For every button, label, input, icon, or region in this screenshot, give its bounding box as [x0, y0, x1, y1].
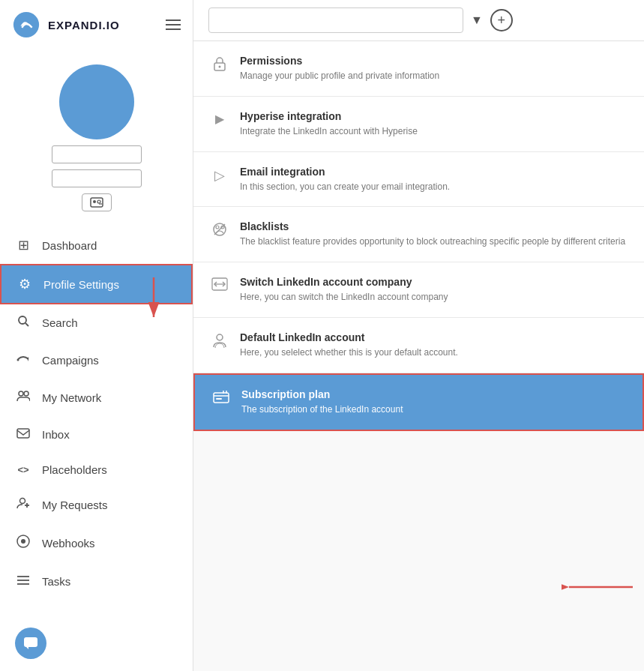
svg-line-6: [25, 323, 28, 326]
default-linkedin-title: Default LinkedIn account: [240, 331, 626, 343]
default-account-icon: [211, 333, 228, 352]
svg-point-3: [97, 200, 100, 203]
hamburger-icon[interactable]: [166, 19, 181, 30]
sidebar-item-label: Campaigns: [42, 354, 99, 367]
settings-item-subscription[interactable]: Subscription plan The subscription of th…: [193, 373, 644, 431]
dropdown-arrow-icon[interactable]: ▼: [471, 13, 483, 27]
sidebar-item-my-network[interactable]: My Network: [0, 379, 193, 416]
sidebar-item-label: Webhooks: [42, 537, 95, 550]
search-icon: [15, 315, 31, 331]
settings-item-email[interactable]: ▷ Email integration In this section, you…: [193, 152, 644, 208]
logo-text: EXPANDI.IO: [48, 19, 120, 31]
svg-point-2: [93, 200, 96, 203]
sidebar-item-label: My Requests: [42, 499, 108, 511]
sidebar-item-webhooks[interactable]: Webhooks: [0, 523, 193, 563]
account-icon: [90, 197, 103, 208]
lock-icon: [211, 56, 228, 75]
sidebar-item-label: Profile Settings: [43, 278, 119, 291]
switch-linkedin-desc: Here, you can switch the LinkedIn accoun…: [240, 291, 626, 304]
svg-point-22: [219, 66, 221, 68]
settings-item-blacklists[interactable]: Blacklists The blacklist feature provide…: [193, 207, 644, 262]
avatar: [59, 64, 134, 139]
top-bar: ▼ +: [193, 0, 644, 41]
sidebar-item-inbox[interactable]: Inbox: [0, 416, 193, 453]
inbox-icon: [15, 427, 31, 442]
svg-rect-10: [17, 429, 29, 438]
sidebar-item-search[interactable]: Search: [0, 304, 193, 341]
svg-point-5: [19, 316, 26, 324]
tasks-icon: [15, 574, 31, 589]
sidebar-item-dashboard[interactable]: ⊞ Dashboard: [0, 226, 193, 264]
svg-rect-31: [214, 393, 229, 403]
switch-icon: [211, 277, 228, 295]
webhooks-icon: [15, 534, 31, 553]
chat-button[interactable]: [15, 628, 46, 659]
sidebar-item-label: Dashboard: [42, 239, 97, 252]
permissions-title: Permissions: [240, 55, 626, 67]
hyperise-text: Hyperise integration Integrate the Linke…: [240, 110, 626, 138]
chat-icon: [23, 637, 38, 650]
email-desc: In this section, you can create your ema…: [240, 181, 626, 193]
sidebar-header: EXPANDI.IO: [0, 0, 193, 49]
blacklists-desc: The blacklist feature provides opportuni…: [240, 235, 626, 248]
network-icon: [15, 390, 31, 406]
avatar-section: [0, 49, 193, 219]
svg-point-7: [17, 359, 19, 361]
default-linkedin-desc: Here, you selelect whether this is your …: [240, 346, 626, 359]
svg-point-11: [20, 499, 25, 504]
hyperise-desc: Integrate the LinkedIn account with Hype…: [240, 125, 626, 138]
sidebar-item-label: Search: [42, 316, 78, 329]
logo-icon: [12, 10, 40, 39]
email-icon: ▷: [211, 167, 228, 184]
sidebar-item-label: Inbox: [42, 428, 70, 441]
subscription-title: Subscription plan: [241, 388, 625, 400]
switch-linkedin-title: Switch LinkedIn account company: [240, 276, 626, 288]
subscription-text: Subscription plan The subscription of th…: [241, 388, 625, 416]
settings-item-switch-linkedin[interactable]: Switch LinkedIn account company Here, yo…: [193, 262, 644, 318]
settings-item-permissions[interactable]: Permissions Manage your public profile a…: [193, 41, 644, 97]
svg-rect-33: [216, 398, 222, 400]
sidebar-item-my-requests[interactable]: My Requests: [0, 487, 193, 523]
placeholders-icon: <>: [15, 464, 31, 475]
name-input-1[interactable]: [52, 145, 142, 163]
sidebar-item-campaigns[interactable]: Campaigns: [0, 341, 193, 379]
subscription-icon: [213, 390, 229, 407]
sidebar-item-label: Placeholders: [42, 463, 107, 476]
sidebar-item-tasks[interactable]: Tasks: [0, 563, 193, 600]
main-content: ▼ + Permissions Manage your public profi…: [193, 0, 644, 671]
email-title: Email integration: [240, 166, 626, 178]
hyperise-icon: ▶: [211, 112, 228, 126]
sidebar-item-profile-settings[interactable]: ⚙ Profile Settings: [0, 264, 193, 304]
campaigns-icon: [15, 352, 31, 369]
switch-linkedin-text: Switch LinkedIn account company Here, yo…: [240, 276, 626, 304]
svg-point-24: [216, 226, 219, 229]
sidebar: EXPANDI.IO ⊞ Dashboard: [0, 0, 193, 671]
add-account-button[interactable]: +: [490, 9, 513, 31]
account-dropdown[interactable]: [208, 7, 463, 33]
sidebar-item-label: My Network: [42, 391, 101, 404]
svg-rect-19: [24, 637, 37, 647]
settings-item-default-linkedin[interactable]: Default LinkedIn account Here, you selel…: [193, 318, 644, 373]
dashboard-icon: ⊞: [15, 237, 31, 253]
svg-marker-20: [26, 647, 28, 649]
sidebar-item-placeholders[interactable]: <> Placeholders: [0, 453, 193, 487]
blacklist-icon: [211, 222, 228, 241]
name-input-2[interactable]: [52, 169, 142, 187]
svg-point-8: [19, 391, 23, 396]
sidebar-item-label: Tasks: [42, 575, 70, 588]
hyperise-title: Hyperise integration: [240, 110, 626, 122]
blacklists-title: Blacklists: [240, 220, 626, 232]
nav-items: ⊞ Dashboard ⚙ Profile Settings Search Ca…: [0, 226, 193, 600]
blacklists-text: Blacklists The blacklist feature provide…: [240, 220, 626, 248]
settings-item-hyperise[interactable]: ▶ Hyperise integration Integrate the Lin…: [193, 97, 644, 152]
svg-rect-1: [91, 198, 103, 207]
account-button[interactable]: [82, 193, 112, 211]
svg-point-9: [24, 391, 28, 396]
requests-icon: [15, 497, 31, 513]
svg-point-15: [21, 539, 25, 544]
default-linkedin-text: Default LinkedIn account Here, you selel…: [240, 331, 626, 359]
email-text: Email integration In this section, you c…: [240, 166, 626, 193]
svg-point-29: [217, 334, 223, 340]
permissions-text: Permissions Manage your public profile a…: [240, 55, 626, 82]
svg-point-30: [215, 343, 224, 348]
